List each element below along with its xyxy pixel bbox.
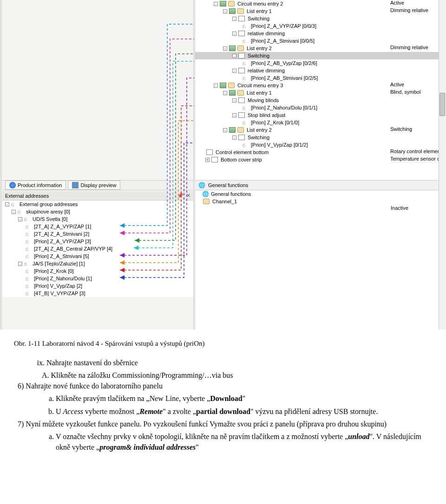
tree-row[interactable]: [Prion] Z_Nahoru/Dolu [1] [2,275,193,282]
expand-toggle[interactable]: - [214,2,218,6]
tree-label: Control element bottom [216,149,269,155]
expand-toggle[interactable]: - [223,128,227,132]
tree-label: [Prion] Z_Nahoru/Dolu [1] [34,276,92,281]
link-icon [243,60,248,66]
group-icon [229,127,236,133]
expand-toggle[interactable]: - [232,136,236,140]
expand-toggle[interactable]: - [18,262,22,266]
tree-row[interactable]: -Moving blinds [195,97,446,104]
tree-row[interactable]: -Switching [195,52,446,59]
vertical-sash-left[interactable] [0,0,2,330]
tree-row[interactable]: -UD/S Svetla [0] [2,215,193,223]
expand-toggle[interactable]: - [18,217,22,221]
property-value: Inactive [391,205,408,213]
expand-toggle[interactable]: - [223,46,227,51]
scrollbar-vertical[interactable] [439,0,446,330]
tree-row[interactable]: [Prion] V_Vyp/Zap [2] [2,282,193,290]
tree-row[interactable]: -skupinove aresy [0] [2,208,193,215]
tree-row[interactable]: -Stop blind adjust [195,111,446,119]
tree-label: General functions [211,191,251,197]
tree-row[interactable]: -relative dimming [195,30,446,37]
tree-row[interactable]: [2T_A] Z_A_VYP/ZAP [1] [2,223,193,230]
tree-row[interactable]: -Switching [195,134,446,141]
tree-row[interactable]: General functions [196,190,446,198]
link-icon [24,261,30,266]
group-icon [220,83,226,88]
panel-title: External addresses [5,193,49,199]
tree-label: [Prion] Z_A_Stmivani [5] [34,253,89,259]
tree-row[interactable]: [4T_B] V_VYP/ZAP [3] [2,290,193,297]
tree-row[interactable]: Channel_1 [196,198,446,205]
expand-toggle[interactable]: - [214,84,218,88]
link-icon [26,291,31,296]
external-addresses-tree[interactable]: -External group addresses-skupinove ares… [2,200,193,297]
tree-label: [Prion] Z_AB_Stmivani [0/2/5] [251,75,318,81]
tree-row[interactable]: [2T_A] Z_A_Stmivani [2] [2,230,193,238]
link-icon [26,231,31,237]
tree-row[interactable]: [Prion] Z_Nahoru/Dolu [0/1/1] [195,104,446,111]
external-addresses-panel: External addresses 📌 ✕ -External group a… [2,191,193,297]
list-item: Nyní můžete vyzkoušet funkce panelu. Po … [26,420,387,428]
link-icon [26,253,31,259]
main-tree[interactable]: -Circuit menu entry 2Active-List entry 1… [195,0,446,330]
expand-toggle[interactable]: - [232,54,236,58]
tree-row[interactable]: -External group addresses [2,200,193,208]
group-icon [229,8,236,14]
property-value: Dimming relative [390,45,428,52]
close-icon[interactable]: ✕ [186,193,190,199]
obj-icon [203,199,210,204]
obj-icon [237,8,244,14]
page-icon [238,53,245,58]
expand-toggle[interactable]: - [223,9,227,13]
general-functions-label: General functions [208,182,248,188]
tree-row[interactable]: [2T_A] Z_AB_Central ZAP/VYP [4] [2,245,193,252]
tree-row[interactable]: -Switching [195,15,446,22]
tree-row[interactable]: [Prion] Z_A_Stmivani [0/0/5] [195,37,446,45]
pin-icon[interactable]: 📌 [177,193,184,199]
tab-product-info[interactable]: Product information [5,181,66,190]
tree-label: Channel_1 [212,199,237,204]
link-icon [26,224,31,229]
tree-label: [Prion] Z_A_VYP/ZAP [0/0/3] [251,23,316,29]
page-icon [238,97,245,103]
tree-label: JA/S [Teplo/Zaluzie] [1] [33,261,85,266]
general-functions-tree[interactable]: General functionsChannel_1Inactive [196,190,446,218]
expand-toggle[interactable]: - [232,32,236,36]
tree-label: [Prion] V_Vyp/Zap [0/1/2] [251,142,308,148]
expand-toggle[interactable]: - [232,113,236,117]
tree-row[interactable]: -JA/S [Teplo/Zaluzie] [1] [2,260,193,267]
tree-row[interactable]: [Prion] Z_Krok [0] [2,267,193,275]
tree-label: [Prion] Z_AB_Vyp/Zap [0/2/6] [251,60,317,66]
expand-toggle[interactable]: - [232,69,236,73]
tree-row[interactable]: [Prion] Z_A_Stmivani [5] [2,252,193,260]
expand-toggle[interactable]: - [12,210,16,214]
tree-row[interactable]: -Circuit menu entry 2 [195,0,446,7]
tree-row[interactable]: [Prion] Z_A_VYP/ZAP [3] [2,238,193,245]
expand-toggle[interactable]: - [223,91,227,95]
obj-icon [228,1,235,6]
globe-icon [202,191,209,197]
document-text: Obr. 1-11 Laboratorní návod 4 - Spárován… [0,330,446,473]
page-icon [238,68,245,73]
expand-toggle[interactable]: - [232,17,236,21]
tree-row[interactable]: [Prion] Z_AB_Vyp/Zap [0/2/6] [195,59,446,67]
expand-toggle[interactable]: - [232,98,236,103]
list-item: Nahrajte nové funkce do laboratorního pa… [26,382,163,390]
link-icon [26,239,31,244]
property-value: Temperature sensor cove [390,156,446,163]
expand-toggle[interactable]: + [205,158,210,162]
tree-row[interactable]: [Prion] V_Vyp/Zap [0/1/2] [195,141,446,149]
tab-display-preview[interactable]: Display preview [68,181,120,190]
list-item: V označte všechny prvky v okně topologií… [56,431,432,452]
tree-label: Bottom cover strip [221,157,262,162]
expand-toggle[interactable]: - [5,202,9,207]
tree-row[interactable]: [Prion] Z_AB_Stmivani [0/2/5] [195,74,446,82]
link-icon [26,246,31,252]
tree-row[interactable]: [Prion] Z_Krok [0/1/0] [195,119,446,126]
link-icon [243,38,248,44]
tree-row[interactable]: -relative dimming [195,67,446,74]
obj-icon [237,45,244,51]
tree-row[interactable]: -Circuit menu entry 3 [195,82,446,89]
scroll-thumb[interactable] [439,93,445,116]
tree-row[interactable]: [Prion] Z_A_VYP/ZAP [0/0/3] [195,22,446,30]
